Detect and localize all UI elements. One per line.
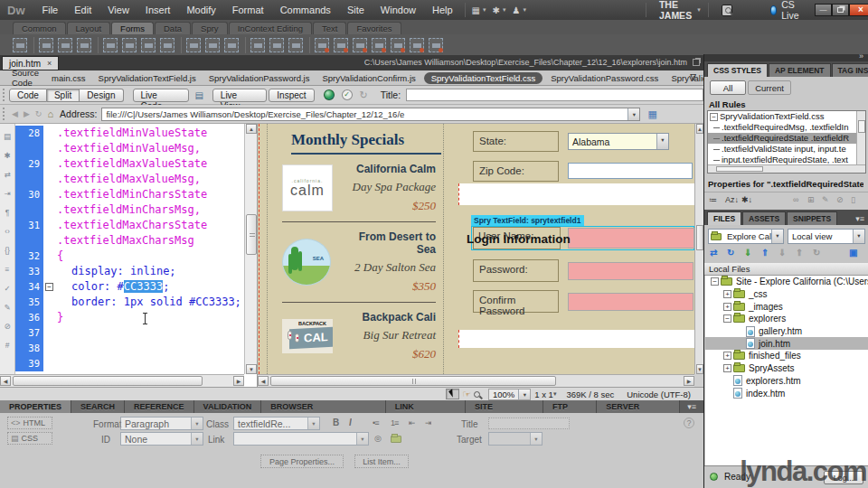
scroll-right-icon[interactable]: ▶ <box>233 376 244 386</box>
tree-item-join-htm[interactable]: join.htm <box>705 337 868 350</box>
list-view-icon[interactable]: Az↓ <box>725 195 739 204</box>
scroll-down-icon[interactable]: ▼ <box>246 364 257 374</box>
forward-icon[interactable]: ▶ <box>24 109 30 118</box>
spry-validation-textarea-icon[interactable] <box>334 38 348 52</box>
spry-validation-select-icon[interactable] <box>372 38 386 52</box>
code-view-pane[interactable]: ▤✱⇄⇥¶‹›{}≡✓✎⊘# 28.textfieldMinValueState… <box>0 124 258 387</box>
link-input[interactable]: ▾ <box>233 432 369 446</box>
unordered-list-icon[interactable]: •≡ <box>373 418 378 427</box>
show-code-navigator-icon[interactable]: ✱ <box>4 146 10 165</box>
synchronize-icon[interactable]: ↻ <box>813 248 820 258</box>
page-properties-button[interactable]: Page Properties... <box>260 455 344 468</box>
menu-modify[interactable]: Modify <box>178 2 223 18</box>
tree-item-index-htm[interactable]: index.htm <box>705 387 868 399</box>
code-text[interactable]: display: inline; <box>71 264 176 279</box>
scroll-up-icon[interactable]: ▲ <box>696 124 703 134</box>
scroll-left-icon[interactable]: ◀ <box>258 376 269 386</box>
tree-item--css[interactable]: +_css <box>705 288 868 301</box>
target-select[interactable]: ▾ <box>488 432 542 446</box>
split-view-button[interactable]: Split <box>47 89 80 102</box>
code-fold-toggle[interactable]: − <box>45 283 53 291</box>
restore-document-icon[interactable] <box>693 59 700 66</box>
cs-live-button[interactable]: CS Live <box>770 0 802 21</box>
insert-tab-forms[interactable]: Forms <box>111 22 154 34</box>
site-select[interactable]: Explore Califor ▾ <box>708 229 784 244</box>
expand-icon[interactable]: + <box>723 352 731 360</box>
tab-files[interactable]: FILES <box>707 211 741 225</box>
search-input[interactable] <box>722 5 732 16</box>
tab-reference[interactable]: REFERENCE <box>125 400 194 413</box>
menu-format[interactable]: Format <box>224 2 272 18</box>
expand-icon[interactable]: + <box>723 303 731 311</box>
delete-css-rule-icon[interactable]: ▯ <box>851 195 855 204</box>
collapse-full-tag-icon[interactable]: ⇄ <box>4 165 10 184</box>
insert-tab-spry[interactable]: Spry <box>192 22 228 34</box>
design-horizontal-scrollbar[interactable]: ◀ ▶ <box>258 374 694 387</box>
design-vertical-scrollbar[interactable]: ▲ ▼ <box>694 124 703 374</box>
tab-ftp-log[interactable]: FTP LOG <box>543 400 597 413</box>
state-select[interactable]: Alabama ▾ <box>568 133 669 150</box>
design-view-button[interactable]: Design <box>80 89 123 102</box>
disable-css-property-icon[interactable]: ⊘ <box>836 195 844 204</box>
code-vertical-scrollbar[interactable]: ▲ ▼ <box>244 124 257 374</box>
address-input[interactable]: file:///C|/Users/James Williamson/Deskto… <box>101 108 640 121</box>
menu-site[interactable]: Site <box>339 2 373 18</box>
chevron-down-icon[interactable]: ▾ <box>627 108 639 120</box>
select-tool-icon[interactable] <box>446 389 459 399</box>
expand-panel-icon[interactable]: ▣ <box>849 248 857 258</box>
italic-button[interactable]: I <box>349 418 352 427</box>
password-input[interactable] <box>568 262 693 280</box>
scrollbar-thumb[interactable] <box>246 214 257 255</box>
scrollbar-thumb[interactable] <box>696 225 703 250</box>
html-mode-button[interactable]: <> HTML <box>7 417 52 429</box>
ordered-list-icon[interactable]: 1≡ <box>391 418 398 427</box>
collapse-to-icons-icon[interactable]: » <box>859 52 863 61</box>
code-text[interactable]: } <box>57 310 63 325</box>
tab-server-debug[interactable]: SERVER DEBUG <box>597 400 680 413</box>
close-button[interactable]: × <box>849 4 868 16</box>
spry-validation-radio-group-icon[interactable] <box>429 38 443 52</box>
put-files-icon[interactable]: ⇑ <box>761 248 769 258</box>
design-view-pane[interactable]: Monthly Specials .california.calmCalifor… <box>258 124 703 387</box>
get-files-icon[interactable]: ⇓ <box>744 248 751 258</box>
refresh-icon[interactable]: ↻ <box>727 248 734 258</box>
tree-item-finished-files[interactable]: +finished_files <box>705 350 868 362</box>
radio-button-icon[interactable] <box>141 38 156 52</box>
class-select[interactable]: textfieldRe...▾ <box>233 417 320 430</box>
check-browser-compatibility-icon[interactable]: ✓ <box>342 89 353 100</box>
collapse-icon[interactable]: − <box>711 277 719 286</box>
insert-tab-data[interactable]: Data <box>155 22 191 34</box>
insert-tab-layout[interactable]: Layout <box>67 22 111 34</box>
preview-in-browser-icon[interactable] <box>324 89 335 100</box>
insert-tab-common[interactable]: Common <box>13 22 66 34</box>
code-text[interactable]: .textfieldMaxCharsMsg <box>57 233 194 249</box>
files-tree[interactable]: −Site - Explore California (C:\Users\Jam… <box>705 276 868 465</box>
tab-assets[interactable]: ASSETS <box>742 211 786 225</box>
tree-item-spryassets[interactable]: +SpryAssets <box>705 362 868 375</box>
menu-file[interactable]: File <box>34 2 67 18</box>
code-text[interactable]: border: 1px solid #CC3333; <box>71 295 241 310</box>
tab-site-reports[interactable]: SITE REPORTS <box>466 400 543 413</box>
live-code-button[interactable]: Live Code <box>133 89 190 102</box>
collapse-selection-icon[interactable]: ⇥ <box>4 184 10 203</box>
scrollbar-thumb[interactable] <box>858 120 865 133</box>
point-to-file-icon[interactable]: ◎ <box>374 434 381 443</box>
tab-ap-element[interactable]: AP ELEMENT <box>769 63 831 77</box>
title-input[interactable] <box>488 418 570 429</box>
id-select[interactable]: None▾ <box>120 432 203 446</box>
tree-item-site-explore-calif[interactable]: −Site - Explore California (C:\Users\Jam <box>705 276 868 288</box>
checkbox-icon[interactable] <box>103 38 118 52</box>
insert-tab-incontext-editing[interactable]: InContext Editing <box>229 22 312 34</box>
indent-code-icon[interactable]: # <box>5 336 10 355</box>
site-setup-icon[interactable]: ♟ <box>509 5 523 15</box>
back-icon[interactable]: ◀ <box>12 109 18 118</box>
code-text[interactable]: .textfieldMaxCharsState <box>57 218 207 233</box>
code-text[interactable]: .textfieldMinCharsState <box>57 187 207 202</box>
tree-item-explorers[interactable]: −explorers <box>705 313 868 325</box>
minimize-button[interactable]: — <box>815 4 832 16</box>
css-mode-button[interactable]: ▤ CSS <box>7 432 52 445</box>
related-file-spryvalidationtextfield-css[interactable]: SpryValidationTextField.css <box>424 72 542 84</box>
scrollbar-thumb[interactable] <box>13 376 203 386</box>
expand-icon[interactable]: + <box>723 364 731 372</box>
magnification-select[interactable]: 100% ▾ <box>488 389 531 400</box>
